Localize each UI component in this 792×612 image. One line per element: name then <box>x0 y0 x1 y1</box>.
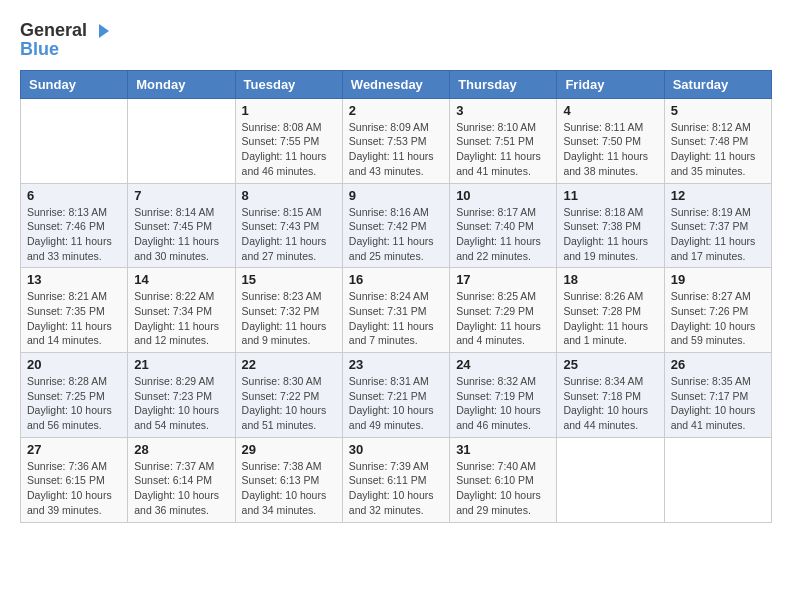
calendar-cell: 2Sunrise: 8:09 AM Sunset: 7:53 PM Daylig… <box>342 98 449 183</box>
day-number: 31 <box>456 442 550 457</box>
calendar-cell: 4Sunrise: 8:11 AM Sunset: 7:50 PM Daylig… <box>557 98 664 183</box>
day-info: Sunrise: 8:18 AM Sunset: 7:38 PM Dayligh… <box>563 205 657 264</box>
day-number: 4 <box>563 103 657 118</box>
day-info: Sunrise: 8:35 AM Sunset: 7:17 PM Dayligh… <box>671 374 765 433</box>
day-number: 21 <box>134 357 228 372</box>
day-info: Sunrise: 7:39 AM Sunset: 6:11 PM Dayligh… <box>349 459 443 518</box>
day-number: 5 <box>671 103 765 118</box>
day-number: 16 <box>349 272 443 287</box>
day-info: Sunrise: 8:30 AM Sunset: 7:22 PM Dayligh… <box>242 374 336 433</box>
calendar-cell: 15Sunrise: 8:23 AM Sunset: 7:32 PM Dayli… <box>235 268 342 353</box>
calendar-cell: 11Sunrise: 8:18 AM Sunset: 7:38 PM Dayli… <box>557 183 664 268</box>
day-info: Sunrise: 8:25 AM Sunset: 7:29 PM Dayligh… <box>456 289 550 348</box>
day-number: 19 <box>671 272 765 287</box>
calendar-cell <box>21 98 128 183</box>
column-header-friday: Friday <box>557 70 664 98</box>
week-row-1: 1Sunrise: 8:08 AM Sunset: 7:55 PM Daylig… <box>21 98 772 183</box>
day-number: 20 <box>27 357 121 372</box>
day-info: Sunrise: 7:40 AM Sunset: 6:10 PM Dayligh… <box>456 459 550 518</box>
calendar-table: SundayMondayTuesdayWednesdayThursdayFrid… <box>20 70 772 523</box>
column-header-tuesday: Tuesday <box>235 70 342 98</box>
day-info: Sunrise: 8:23 AM Sunset: 7:32 PM Dayligh… <box>242 289 336 348</box>
calendar-cell: 18Sunrise: 8:26 AM Sunset: 7:28 PM Dayli… <box>557 268 664 353</box>
day-number: 25 <box>563 357 657 372</box>
day-info: Sunrise: 7:36 AM Sunset: 6:15 PM Dayligh… <box>27 459 121 518</box>
calendar-cell: 24Sunrise: 8:32 AM Sunset: 7:19 PM Dayli… <box>450 353 557 438</box>
calendar-cell: 28Sunrise: 7:37 AM Sunset: 6:14 PM Dayli… <box>128 437 235 522</box>
day-info: Sunrise: 8:08 AM Sunset: 7:55 PM Dayligh… <box>242 120 336 179</box>
calendar-cell: 9Sunrise: 8:16 AM Sunset: 7:42 PM Daylig… <box>342 183 449 268</box>
week-row-3: 13Sunrise: 8:21 AM Sunset: 7:35 PM Dayli… <box>21 268 772 353</box>
day-number: 9 <box>349 188 443 203</box>
day-info: Sunrise: 8:32 AM Sunset: 7:19 PM Dayligh… <box>456 374 550 433</box>
day-info: Sunrise: 8:13 AM Sunset: 7:46 PM Dayligh… <box>27 205 121 264</box>
calendar-cell: 27Sunrise: 7:36 AM Sunset: 6:15 PM Dayli… <box>21 437 128 522</box>
calendar-cell: 31Sunrise: 7:40 AM Sunset: 6:10 PM Dayli… <box>450 437 557 522</box>
calendar-cell: 14Sunrise: 8:22 AM Sunset: 7:34 PM Dayli… <box>128 268 235 353</box>
calendar-cell <box>664 437 771 522</box>
calendar-cell: 3Sunrise: 8:10 AM Sunset: 7:51 PM Daylig… <box>450 98 557 183</box>
calendar-cell: 25Sunrise: 8:34 AM Sunset: 7:18 PM Dayli… <box>557 353 664 438</box>
day-number: 22 <box>242 357 336 372</box>
day-number: 10 <box>456 188 550 203</box>
column-header-saturday: Saturday <box>664 70 771 98</box>
column-header-thursday: Thursday <box>450 70 557 98</box>
header-row: SundayMondayTuesdayWednesdayThursdayFrid… <box>21 70 772 98</box>
day-number: 27 <box>27 442 121 457</box>
day-number: 28 <box>134 442 228 457</box>
calendar-cell: 5Sunrise: 8:12 AM Sunset: 7:48 PM Daylig… <box>664 98 771 183</box>
calendar-cell <box>128 98 235 183</box>
calendar-cell: 12Sunrise: 8:19 AM Sunset: 7:37 PM Dayli… <box>664 183 771 268</box>
day-info: Sunrise: 8:34 AM Sunset: 7:18 PM Dayligh… <box>563 374 657 433</box>
day-info: Sunrise: 8:19 AM Sunset: 7:37 PM Dayligh… <box>671 205 765 264</box>
day-number: 15 <box>242 272 336 287</box>
calendar-cell: 20Sunrise: 8:28 AM Sunset: 7:25 PM Dayli… <box>21 353 128 438</box>
week-row-2: 6Sunrise: 8:13 AM Sunset: 7:46 PM Daylig… <box>21 183 772 268</box>
day-number: 26 <box>671 357 765 372</box>
column-header-monday: Monday <box>128 70 235 98</box>
day-number: 24 <box>456 357 550 372</box>
calendar-cell: 13Sunrise: 8:21 AM Sunset: 7:35 PM Dayli… <box>21 268 128 353</box>
calendar-cell: 30Sunrise: 7:39 AM Sunset: 6:11 PM Dayli… <box>342 437 449 522</box>
calendar-cell: 29Sunrise: 7:38 AM Sunset: 6:13 PM Dayli… <box>235 437 342 522</box>
day-number: 23 <box>349 357 443 372</box>
day-number: 14 <box>134 272 228 287</box>
day-info: Sunrise: 8:26 AM Sunset: 7:28 PM Dayligh… <box>563 289 657 348</box>
day-number: 30 <box>349 442 443 457</box>
day-number: 7 <box>134 188 228 203</box>
day-info: Sunrise: 7:37 AM Sunset: 6:14 PM Dayligh… <box>134 459 228 518</box>
column-header-sunday: Sunday <box>21 70 128 98</box>
day-info: Sunrise: 8:17 AM Sunset: 7:40 PM Dayligh… <box>456 205 550 264</box>
calendar-cell: 23Sunrise: 8:31 AM Sunset: 7:21 PM Dayli… <box>342 353 449 438</box>
calendar-cell: 26Sunrise: 8:35 AM Sunset: 7:17 PM Dayli… <box>664 353 771 438</box>
day-info: Sunrise: 8:29 AM Sunset: 7:23 PM Dayligh… <box>134 374 228 433</box>
day-info: Sunrise: 8:31 AM Sunset: 7:21 PM Dayligh… <box>349 374 443 433</box>
day-number: 13 <box>27 272 121 287</box>
day-info: Sunrise: 8:24 AM Sunset: 7:31 PM Dayligh… <box>349 289 443 348</box>
day-number: 29 <box>242 442 336 457</box>
logo: General Blue <box>20 20 111 60</box>
calendar-cell: 22Sunrise: 8:30 AM Sunset: 7:22 PM Dayli… <box>235 353 342 438</box>
day-info: Sunrise: 8:27 AM Sunset: 7:26 PM Dayligh… <box>671 289 765 348</box>
day-info: Sunrise: 8:11 AM Sunset: 7:50 PM Dayligh… <box>563 120 657 179</box>
calendar-cell: 1Sunrise: 8:08 AM Sunset: 7:55 PM Daylig… <box>235 98 342 183</box>
day-info: Sunrise: 8:10 AM Sunset: 7:51 PM Dayligh… <box>456 120 550 179</box>
day-info: Sunrise: 8:22 AM Sunset: 7:34 PM Dayligh… <box>134 289 228 348</box>
day-info: Sunrise: 8:09 AM Sunset: 7:53 PM Dayligh… <box>349 120 443 179</box>
day-number: 17 <box>456 272 550 287</box>
day-info: Sunrise: 8:14 AM Sunset: 7:45 PM Dayligh… <box>134 205 228 264</box>
day-info: Sunrise: 8:16 AM Sunset: 7:42 PM Dayligh… <box>349 205 443 264</box>
day-info: Sunrise: 7:38 AM Sunset: 6:13 PM Dayligh… <box>242 459 336 518</box>
calendar-cell: 10Sunrise: 8:17 AM Sunset: 7:40 PM Dayli… <box>450 183 557 268</box>
day-info: Sunrise: 8:12 AM Sunset: 7:48 PM Dayligh… <box>671 120 765 179</box>
column-header-wednesday: Wednesday <box>342 70 449 98</box>
calendar-cell: 16Sunrise: 8:24 AM Sunset: 7:31 PM Dayli… <box>342 268 449 353</box>
header: General Blue <box>20 20 772 60</box>
day-number: 3 <box>456 103 550 118</box>
calendar-cell: 21Sunrise: 8:29 AM Sunset: 7:23 PM Dayli… <box>128 353 235 438</box>
logo-arrow-icon <box>89 20 111 42</box>
week-row-5: 27Sunrise: 7:36 AM Sunset: 6:15 PM Dayli… <box>21 437 772 522</box>
day-info: Sunrise: 8:15 AM Sunset: 7:43 PM Dayligh… <box>242 205 336 264</box>
calendar-cell <box>557 437 664 522</box>
calendar-cell: 6Sunrise: 8:13 AM Sunset: 7:46 PM Daylig… <box>21 183 128 268</box>
